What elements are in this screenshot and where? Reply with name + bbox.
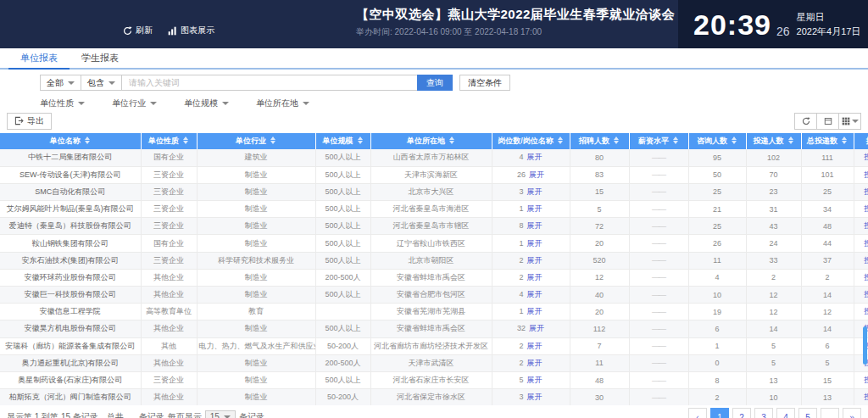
column-header-12[interactable]: 操作 xyxy=(854,133,868,149)
sort-icon[interactable] xyxy=(270,137,276,144)
scope-dropdown[interactable]: 全部 xyxy=(40,75,81,91)
delivery-record-link[interactable]: 投递记录 xyxy=(864,221,868,230)
tab-student-report[interactable]: 学生报表 xyxy=(70,48,131,68)
column-header-3[interactable]: 单位行业 xyxy=(197,133,315,149)
expand-link[interactable]: 展开 xyxy=(529,170,544,179)
cell-recruit-count: 30 xyxy=(570,389,629,406)
page-button[interactable]: 2 xyxy=(732,408,751,418)
keyword-input[interactable] xyxy=(121,75,418,91)
expand-link[interactable]: 展开 xyxy=(527,290,542,298)
card-view-toggle-button[interactable] xyxy=(816,113,839,130)
category-filter-3[interactable]: 单位规模 xyxy=(184,98,229,109)
chevron-down-icon xyxy=(68,81,75,85)
sort-icon[interactable] xyxy=(84,137,91,144)
column-header-1[interactable]: 单位名称 xyxy=(0,133,141,149)
column-header-5[interactable]: 单位所在地 xyxy=(370,133,492,149)
refresh-button[interactable]: 刷新 xyxy=(123,25,153,36)
cell-salary: —— xyxy=(629,166,688,183)
table-row: 安瑞科（廊坊）能源装备集成有限公司其他电力、热力、燃气及水生产和供应业50-20… xyxy=(0,337,868,354)
expand-link[interactable]: 展开 xyxy=(527,342,542,350)
delivery-record-link[interactable]: 投递记录 xyxy=(864,153,868,161)
column-header-9[interactable]: 咨询人数 xyxy=(688,133,746,149)
column-header-7[interactable]: 招聘人数 xyxy=(570,133,629,149)
expand-link[interactable]: 展开 xyxy=(527,256,542,265)
expand-link[interactable]: 展开 xyxy=(527,187,542,196)
refresh-icon xyxy=(123,26,132,36)
search-button[interactable]: 查询 xyxy=(417,75,453,91)
table-header-row: 单位名称单位性质单位行业单位规模单位所在地岗位数/岗位名称招聘人数薪资水平咨询人… xyxy=(0,133,868,149)
export-button[interactable]: 导出 xyxy=(7,113,52,130)
cell-industry: 科学研究和技术服务业 xyxy=(197,252,315,269)
cell-deliver-count: 14 xyxy=(746,320,801,337)
expand-link[interactable]: 展开 xyxy=(527,307,542,315)
page-button-active[interactable]: 1 xyxy=(710,408,729,418)
page-size-select[interactable]: 15 xyxy=(205,410,236,418)
sort-icon[interactable] xyxy=(448,137,455,144)
table-refresh-button[interactable] xyxy=(794,113,817,130)
category-filter-1[interactable]: 单位性质 xyxy=(40,98,85,109)
sort-icon[interactable] xyxy=(613,137,620,144)
cell-consult-count: 6 xyxy=(688,320,746,337)
cell-scale xyxy=(315,304,370,320)
cell-total-deliver-count: 111 xyxy=(801,149,854,166)
expand-link[interactable]: 展开 xyxy=(527,359,542,367)
expand-link[interactable]: 展开 xyxy=(527,239,542,248)
delivery-record-link[interactable]: 投递记录 xyxy=(864,204,868,213)
cell-action: 投递记录 xyxy=(854,201,868,218)
columns-dropdown-button[interactable] xyxy=(838,113,861,130)
delivery-record-link[interactable]: 投递记录 xyxy=(864,273,868,281)
cell-region: 北京市朝阳区 xyxy=(370,252,492,269)
clear-filters-button[interactable]: 清空条件 xyxy=(459,75,510,91)
sort-icon[interactable] xyxy=(841,137,848,144)
sort-icon[interactable] xyxy=(182,137,189,144)
cell-salary: —— xyxy=(629,304,688,320)
expand-link[interactable]: 展开 xyxy=(527,273,542,281)
sort-icon[interactable] xyxy=(672,137,679,144)
page-button[interactable]: … xyxy=(821,408,839,418)
jobs-count: 1 xyxy=(519,239,523,248)
delivery-record-link[interactable]: 投递记录 xyxy=(864,256,868,265)
page-button[interactable]: 4 xyxy=(776,408,795,418)
category-filter-2[interactable]: 单位行业 xyxy=(112,98,157,109)
expand-link[interactable]: 展开 xyxy=(527,393,542,401)
category-filter-label: 单位行业 xyxy=(112,98,146,109)
column-header-6[interactable]: 岗位数/岗位名称 xyxy=(492,133,570,149)
column-header-10[interactable]: 投递人数 xyxy=(746,133,801,149)
vertical-scrollbar[interactable] xyxy=(863,326,867,365)
page-button[interactable]: 3 xyxy=(754,408,773,418)
column-header-2[interactable]: 单位性质 xyxy=(141,133,197,149)
delivery-record-link[interactable]: 投递记录 xyxy=(864,376,868,384)
page-button[interactable]: ‹ xyxy=(688,408,707,418)
chart-display-button[interactable]: 图表展示 xyxy=(168,25,214,36)
table-row: SMC自动化有限公司三资企业制造业500人以上北京市大兴区3展开15——2523… xyxy=(0,183,868,200)
expand-link[interactable]: 展开 xyxy=(527,221,542,230)
column-header-8[interactable]: 薪资水平 xyxy=(629,133,688,149)
sort-icon[interactable] xyxy=(357,137,364,144)
chevron-down-icon xyxy=(852,120,859,123)
expand-link[interactable]: 展开 xyxy=(527,204,542,213)
sort-icon[interactable] xyxy=(787,137,794,144)
category-filter-label: 单位所在地 xyxy=(256,98,298,109)
category-filter-4[interactable]: 单位所在地 xyxy=(256,98,309,109)
delivery-record-link[interactable]: 投递记录 xyxy=(864,393,868,401)
expand-link[interactable]: 展开 xyxy=(527,153,542,161)
sort-icon[interactable] xyxy=(557,137,564,144)
page-button[interactable]: » xyxy=(843,408,861,418)
delivery-record-link[interactable]: 投递记录 xyxy=(864,170,868,179)
delivery-record-link[interactable]: 投递记录 xyxy=(864,187,868,196)
cell-scale: 500人以上 xyxy=(315,166,370,183)
delivery-record-link[interactable]: 投递记录 xyxy=(864,290,868,298)
cell-consult-count: 8 xyxy=(688,371,746,388)
match-mode-dropdown[interactable]: 包含 xyxy=(81,75,122,91)
delivery-record-link[interactable]: 投递记录 xyxy=(864,239,868,248)
expand-link[interactable]: 展开 xyxy=(529,324,544,332)
report-tabs: 单位报表 学生报表 xyxy=(0,48,868,70)
tab-unit-report[interactable]: 单位报表 xyxy=(8,48,70,70)
column-header-4[interactable]: 单位规模 xyxy=(315,133,370,149)
delivery-record-link[interactable]: 投递记录 xyxy=(864,307,868,315)
page-button[interactable]: 5 xyxy=(798,408,817,418)
column-header-11[interactable]: 总投递数 xyxy=(801,133,854,149)
expand-link[interactable]: 展开 xyxy=(527,376,542,384)
sort-icon[interactable] xyxy=(731,137,737,144)
salary-placeholder: —— xyxy=(652,170,665,179)
